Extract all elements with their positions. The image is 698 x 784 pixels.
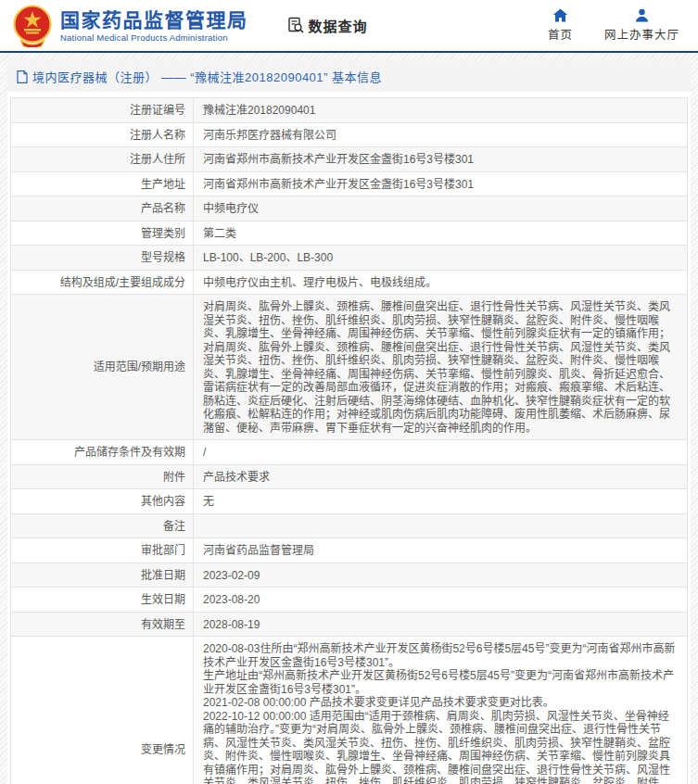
logo-title: 国家药品监督管理局 — [60, 9, 248, 32]
row-label: 注册人名称 — [11, 122, 194, 147]
header-nav: 首页 网上办事大厅 — [548, 8, 685, 43]
row-label: 生产地址 — [11, 171, 194, 196]
nav-home[interactable]: 首页 — [548, 8, 573, 43]
page-title-bar: 境内医疗器械（注册） —— “豫械注准20182090401” 基本信息 — [7, 60, 691, 92]
row-label: 批准日期 — [11, 563, 194, 588]
row-value: 第二类 — [194, 221, 688, 246]
table-row: 变更情况2020-08-03住所由“郑州高新技术产业开发区黄杨街52号6号楼5层… — [11, 637, 688, 784]
value-paragraph: 2022-10-12 00:00:00 适用范围由“适用于颈椎病、肩周炎、肌肉劳… — [203, 710, 679, 784]
table-row: 生产地址河南省郑州市高新技术产业开发区金盏街16号3号楼301 — [11, 171, 688, 196]
logo-subtitle: National Medical Products Administration — [60, 32, 248, 43]
row-value: 河南省药品监督管理局 — [194, 538, 688, 563]
info-table: 注册证编号豫械注准20182090401注册人名称河南乐邦医疗器械有限公司注册人… — [10, 97, 688, 784]
row-value: 2023-08-20 — [194, 588, 688, 613]
row-label: 审批部门 — [11, 538, 194, 563]
nav-home-label: 首页 — [548, 25, 573, 43]
row-label: 管理类别 — [11, 221, 194, 246]
row-label: 产品储存条件及有效期 — [11, 440, 194, 465]
row-label: 注册证编号 — [11, 98, 194, 123]
row-value: 无 — [194, 489, 688, 514]
row-value: / — [194, 440, 688, 465]
table-row: 审批部门河南省药品监督管理局 — [11, 538, 688, 563]
row-value: 河南乐邦医疗器械有限公司 — [194, 122, 688, 147]
table-row: 注册证编号豫械注准20182090401 — [11, 98, 688, 123]
national-emblem-icon — [13, 5, 52, 47]
row-value: 2028-08-19 — [194, 612, 688, 637]
value-paragraph: 2021-02-08 00:00:00 产品技术要求变更详见产品技术要求变更对比… — [203, 696, 679, 710]
row-value: 2020-08-03住所由“郑州高新技术产业开发区黄杨街52号6号楼5层45号”… — [194, 637, 688, 784]
row-label: 备注 — [11, 513, 194, 538]
row-label: 注册人住所 — [11, 147, 194, 172]
table-row: 产品名称中频电疗仪 — [11, 196, 688, 221]
row-value: LB-100、LB-200、LB-300 — [194, 246, 688, 271]
value-paragraph: 2020-08-03住所由“郑州高新技术产业开发区黄杨街52号6号楼5层45号”… — [203, 642, 679, 669]
table-row: 生效日期2023-08-20 — [11, 588, 688, 613]
row-label: 结构及组成/主要组成成分 — [11, 270, 194, 295]
table-row: 附件产品技术要求 — [11, 464, 688, 489]
site-header: 国家药品监督管理局 National Medical Products Admi… — [0, 0, 698, 53]
home-icon — [552, 8, 568, 22]
table-row: 注册人住所河南省郑州市高新技术产业开发区金盏街16号3号楼301 — [11, 147, 688, 172]
table-row: 注册人名称河南乐邦医疗器械有限公司 — [11, 122, 688, 147]
user-icon — [635, 8, 649, 22]
table-row: 管理类别第二类 — [11, 221, 688, 246]
table-wrap: 注册证编号豫械注准20182090401注册人名称河南乐邦医疗器械有限公司注册人… — [7, 92, 691, 784]
row-label: 变更情况 — [11, 637, 194, 784]
row-value: 河南省郑州市高新技术产业开发区金盏街16号3号楼301 — [194, 171, 688, 196]
row-value: 中频电疗仪由主机、理疗电极片、电极线组成。 — [194, 270, 688, 295]
row-label: 型号规格 — [11, 246, 194, 271]
row-label: 生效日期 — [11, 588, 194, 613]
table-row: 适用范围/预期用途对肩周炎、肱骨外上髁炎、颈椎病、腰椎间盘突出症、退行性骨性关节… — [11, 295, 688, 440]
row-value: 豫械注准20182090401 — [194, 98, 688, 123]
row-value: 2023-02-09 — [194, 563, 688, 588]
table-row: 结构及组成/主要组成成分中频电疗仪由主机、理疗电极片、电极线组成。 — [11, 270, 688, 295]
document-search-icon — [287, 17, 305, 34]
row-value: 对肩周炎、肱骨外上髁炎、颈椎病、腰椎间盘突出症、退行性骨性关节病、风湿性关节炎、… — [194, 295, 688, 440]
row-label: 有效期至 — [11, 612, 194, 637]
data-query-nav[interactable]: 数据查询 — [287, 16, 368, 35]
value-paragraph: 生产地址由“郑州高新技术产业开发区黄杨街52号6号楼5层45号”变更为“河南省郑… — [203, 669, 679, 696]
row-value: 中频电疗仪 — [194, 196, 688, 221]
table-row: 产品储存条件及有效期/ — [11, 440, 688, 465]
logo-text: 国家药品监督管理局 National Medical Products Admi… — [60, 9, 248, 43]
page-title: 境内医疗器械（注册） —— “豫械注准20182090401” 基本信息 — [32, 68, 382, 85]
row-label: 产品名称 — [11, 196, 194, 221]
document-icon — [17, 70, 28, 83]
nav-online-hall-label: 网上办事大厅 — [604, 25, 679, 43]
row-label: 其他内容 — [11, 489, 194, 514]
nav-online-hall[interactable]: 网上办事大厅 — [604, 8, 679, 43]
table-row: 批准日期2023-02-09 — [11, 563, 688, 588]
table-row: 有效期至2028-08-19 — [11, 612, 688, 637]
data-query-label: 数据查询 — [309, 16, 368, 35]
nmpa-logo[interactable]: 国家药品监督管理局 National Medical Products Admi… — [13, 5, 248, 47]
row-label: 附件 — [11, 464, 194, 489]
content-container: 境内医疗器械（注册） —— “豫械注准20182090401” 基本信息 注册证… — [7, 60, 691, 784]
row-value: 产品技术要求 — [194, 464, 688, 489]
row-label: 适用范围/预期用途 — [11, 295, 194, 440]
table-row: 其他内容无 — [11, 489, 688, 514]
info-table-body: 注册证编号豫械注准20182090401注册人名称河南乐邦医疗器械有限公司注册人… — [11, 98, 688, 784]
row-value — [194, 513, 688, 538]
table-row: 型号规格LB-100、LB-200、LB-300 — [11, 246, 688, 271]
row-value: 河南省郑州市高新技术产业开发区金盏街16号3号楼301 — [194, 147, 688, 172]
table-row: 备注 — [11, 513, 688, 538]
